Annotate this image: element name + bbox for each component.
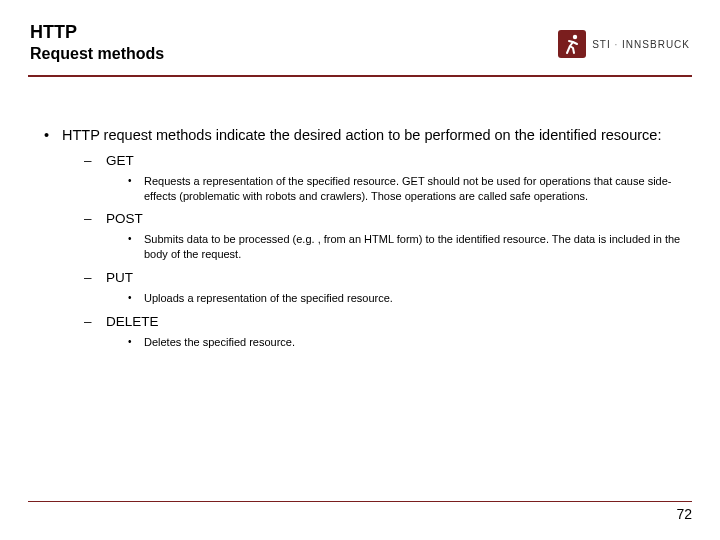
method-name: PUT	[106, 270, 133, 285]
method-item: PUT Uploads a representation of the spec…	[84, 270, 690, 306]
intro-bullet: HTTP request methods indicate the desire…	[44, 127, 690, 350]
brand-prefix: STI	[592, 39, 611, 50]
method-item: DELETE Deletes the specified resource.	[84, 314, 690, 350]
method-name: DELETE	[106, 314, 159, 329]
brand-suffix: INNSBRUCK	[622, 39, 690, 50]
brand-logo: STI · INNSBRUCK	[558, 30, 690, 58]
method-name: GET	[106, 153, 134, 168]
method-item: GET Requests a representation of the spe…	[84, 153, 690, 204]
method-desc: Deletes the specified resource.	[128, 335, 690, 350]
svg-point-0	[573, 35, 577, 39]
method-name: POST	[106, 211, 143, 226]
method-desc: Submits data to be processed (e.g. , fro…	[128, 232, 690, 262]
method-desc: Requests a representation of the specifi…	[128, 174, 690, 204]
runner-icon	[558, 30, 586, 58]
slide-footer: 72	[28, 501, 692, 522]
method-item: POST Submits data to be processed (e.g. …	[84, 211, 690, 262]
slide-body: HTTP request methods indicate the desire…	[0, 77, 720, 350]
intro-text: HTTP request methods indicate the desire…	[62, 127, 661, 143]
brand-text: STI · INNSBRUCK	[592, 39, 690, 50]
page-number: 72	[28, 506, 692, 522]
slide-header: HTTP Request methods STI · INNSBRUCK	[0, 0, 720, 71]
method-desc: Uploads a representation of the specifie…	[128, 291, 690, 306]
footer-divider	[28, 501, 692, 502]
